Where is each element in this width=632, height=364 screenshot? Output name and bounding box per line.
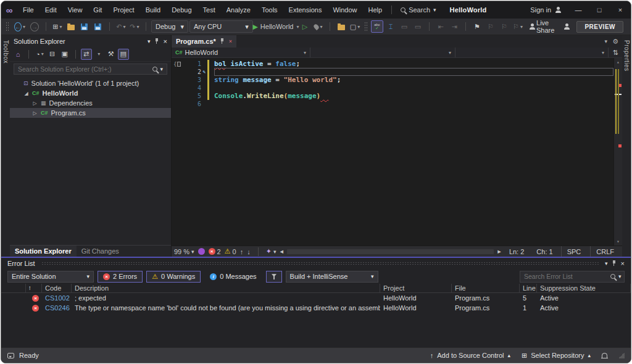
- code-line-4[interactable]: 4: [172, 84, 613, 92]
- menu-item-analyze[interactable]: Analyze: [221, 1, 256, 19]
- new-project-button[interactable]: ⊞▾: [51, 20, 64, 33]
- error-list-search[interactable]: ▾: [520, 271, 625, 283]
- split-editor-button[interactable]: ⇅: [609, 48, 622, 57]
- pin-icon[interactable]: [220, 38, 225, 44]
- tab-program-cs[interactable]: Program.cs* ×: [172, 35, 236, 48]
- pin-icon[interactable]: [612, 260, 617, 267]
- close-icon[interactable]: ×: [229, 38, 232, 44]
- close-button[interactable]: ×: [610, 1, 631, 19]
- switch-views-button[interactable]: ⌂: [12, 49, 23, 60]
- zoom-dropdown[interactable]: 99 % ▾: [174, 248, 194, 255]
- close-icon[interactable]: ×: [621, 260, 625, 267]
- code-editor[interactable]: {1bol isActive = false;2✎3string message…: [172, 58, 613, 246]
- decrease-indent-button[interactable]: ⇤: [434, 20, 447, 33]
- properties-tab[interactable]: Properties: [623, 40, 630, 72]
- code-line-5[interactable]: 5Console.WriteLine(message): [172, 92, 613, 100]
- error-list-search-input[interactable]: [524, 273, 607, 280]
- horizontal-scrollbar[interactable]: [287, 249, 494, 254]
- menu-item-extensions[interactable]: Extensions: [283, 1, 328, 19]
- gear-icon[interactable]: ⚙: [612, 38, 618, 46]
- code-line-1[interactable]: {1bol isActive = false;: [172, 60, 613, 68]
- menu-item-test[interactable]: Test: [198, 1, 221, 19]
- find-in-files-button[interactable]: [335, 20, 347, 33]
- feedback-button[interactable]: [560, 20, 573, 33]
- menu-item-file[interactable]: File: [17, 1, 40, 19]
- code-column-header[interactable]: Code: [42, 284, 72, 292]
- sync-options-dropdown[interactable]: ▾: [93, 49, 104, 60]
- filter-button[interactable]: [266, 271, 282, 283]
- open-file-button[interactable]: [65, 20, 77, 33]
- member-dropdown[interactable]: ▾: [455, 48, 609, 57]
- outline-margin-icon[interactable]: {: [172, 61, 185, 67]
- live-share-button[interactable]: Live Share: [525, 19, 560, 34]
- description-column-header[interactable]: Description: [72, 284, 380, 292]
- immediate-window-button[interactable]: ▢▾: [349, 20, 361, 33]
- start-debugging-button[interactable]: ▶ HelloWorld ▾: [254, 20, 297, 33]
- messages-filter-toggle[interactable]: i 0 Messages: [204, 271, 262, 283]
- menu-item-debug[interactable]: Debug: [166, 1, 197, 19]
- next-issue-button[interactable]: ↓: [247, 248, 251, 255]
- code-cleanup-button[interactable]: ✦ ▾: [266, 247, 276, 255]
- search-box[interactable]: Search ▾: [396, 6, 441, 14]
- eol-mode-indicator[interactable]: CRLF: [590, 246, 620, 257]
- notifications-bell-icon[interactable]: [602, 353, 607, 358]
- close-icon[interactable]: ×: [164, 38, 167, 45]
- toolbar-grip[interactable]: [364, 22, 368, 31]
- menu-item-git[interactable]: Git: [88, 1, 107, 19]
- comment-button[interactable]: ▭: [398, 20, 410, 33]
- properties-button[interactable]: ⚒: [106, 49, 117, 60]
- scroll-down-icon[interactable]: ▾: [614, 239, 622, 244]
- errors-filter-toggle[interactable]: × 2 Errors: [98, 271, 143, 283]
- tab-solution-explorer[interactable]: Solution Explorer: [10, 246, 77, 257]
- hscroll-left-button[interactable]: ◂: [280, 247, 283, 255]
- collapse-all-button[interactable]: ⊟: [47, 49, 58, 60]
- menu-item-help[interactable]: Help: [363, 1, 388, 19]
- menu-item-view[interactable]: View: [62, 1, 88, 19]
- save-all-button[interactable]: [92, 20, 104, 33]
- quick-action-brush-icon[interactable]: ✎: [201, 69, 207, 75]
- next-bookmark-button[interactable]: ⚐: [498, 20, 510, 33]
- tree-item-solution-helloworld-1-of-1-project[interactable]: ⊡Solution 'HelloWorld' (1 of 1 project): [10, 78, 171, 88]
- code-cell[interactable]: CS0246: [42, 304, 72, 312]
- increase-indent-button[interactable]: ⇥: [448, 20, 460, 33]
- code-line-2[interactable]: 2✎: [172, 68, 613, 76]
- tree-item-program-cs[interactable]: ▷C#Program.cs: [10, 108, 171, 118]
- toolbar-grip[interactable]: [6, 22, 9, 31]
- line-column-header[interactable]: Line: [520, 284, 537, 292]
- project-column-header[interactable]: Project: [380, 284, 452, 292]
- preview-button[interactable]: PREVIEW: [576, 21, 623, 33]
- char-indicator[interactable]: Ch: 1: [532, 248, 557, 255]
- save-button[interactable]: [78, 20, 91, 33]
- add-to-source-control-button[interactable]: ↑ Add to Source Control ▴: [430, 352, 510, 359]
- expander-icon[interactable]: ▷: [32, 101, 38, 106]
- scope-dropdown[interactable]: Entire Solution ▾: [7, 271, 94, 283]
- pending-changes-filter-button[interactable]: ◔▾: [34, 49, 46, 60]
- error-count-indicator[interactable]: × 2: [209, 248, 221, 255]
- tree-item-dependencies[interactable]: ▷▦Dependencies: [10, 98, 171, 108]
- menu-item-build[interactable]: Build: [140, 1, 166, 19]
- intellisense-cursor-button[interactable]: ⌶: [385, 20, 397, 33]
- severity-sort-column[interactable]: !: [26, 284, 42, 292]
- redo-button[interactable]: ↷▾: [128, 20, 141, 33]
- menu-item-tools[interactable]: Tools: [256, 1, 283, 19]
- error-row-cs0246[interactable]: ×CS0246The type or namespace name 'bol' …: [1, 303, 631, 313]
- previous-bookmark-button[interactable]: ⚐: [484, 20, 497, 33]
- error-row-cs1002[interactable]: ×CS1002; expectedHelloWorldProgram.cs5Ac…: [1, 293, 631, 303]
- source-filter-dropdown[interactable]: Build + IntelliSense ▾: [286, 271, 378, 283]
- panel-drag-handle[interactable]: [41, 262, 599, 265]
- menu-item-edit[interactable]: Edit: [40, 1, 62, 19]
- toggle-bookmark-button[interactable]: ⚑: [471, 20, 483, 33]
- hscroll-right-button[interactable]: ▸: [497, 247, 501, 255]
- undo-button[interactable]: ↶▾: [115, 20, 127, 33]
- panel-menu-icon[interactable]: ▾: [605, 260, 608, 267]
- toolbox-tab[interactable]: Toolbox: [2, 40, 9, 64]
- sync-with-active-document-button[interactable]: ⇄: [81, 49, 92, 60]
- file-column-header[interactable]: File: [452, 284, 520, 292]
- previous-issue-button[interactable]: ↑: [240, 248, 244, 255]
- preview-selected-items-button[interactable]: ▣: [59, 49, 70, 60]
- space-mode-indicator[interactable]: SPC: [561, 246, 587, 257]
- warnings-filter-toggle[interactable]: ⚠ 0 Warnings: [146, 271, 201, 283]
- clear-bookmarks-button[interactable]: ⚐▾: [512, 20, 524, 33]
- project-dropdown[interactable]: C# HelloWorld ▾: [172, 48, 310, 57]
- select-repository-button[interactable]: ⊞ Select Repository ▴: [522, 352, 591, 360]
